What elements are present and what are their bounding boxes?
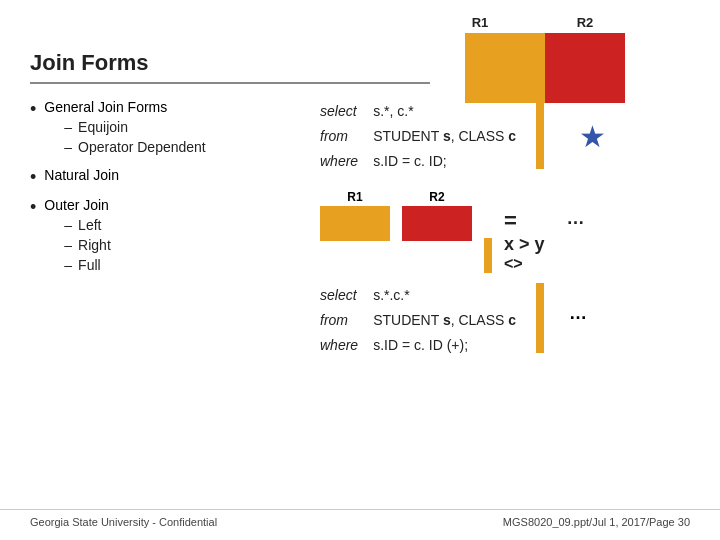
r2-top-label: R2 xyxy=(545,15,625,30)
orange-bar-1 xyxy=(536,99,544,169)
sql1-content: s.*, c.* STUDENT s, CLASS c s.ID = c. ID… xyxy=(373,99,516,175)
star-icon: ★ xyxy=(579,119,606,154)
title-underline xyxy=(30,82,430,84)
general-join-block: General Join Forms – Equijoin – Operator… xyxy=(44,99,205,159)
bullet-1: • xyxy=(30,99,36,121)
math-expr1: x > y xyxy=(504,234,545,255)
list-item-outer: • Outer Join – Left – Right xyxy=(30,197,300,277)
orange-bar-2 xyxy=(484,238,492,273)
sql-block-2: selectfromwhere s.*.c.* STUDENT s, CLASS… xyxy=(320,283,690,359)
math-expr2: <> xyxy=(504,255,545,273)
bullet-3: • xyxy=(30,197,36,219)
ellipsis-2: … xyxy=(569,283,587,324)
r2-mid-label: R2 xyxy=(429,190,444,204)
general-join-label: General Join Forms xyxy=(44,99,167,115)
natural-join-label: Natural Join xyxy=(44,167,119,183)
right-panel: selectfromwhere s.*, c.* STUDENT s, CLAS… xyxy=(320,99,690,358)
sql-block-1: selectfromwhere s.*, c.* STUDENT s, CLAS… xyxy=(320,99,690,175)
sql2-line1: s.*.c.* xyxy=(373,283,516,308)
top-right-container: R1 R2 xyxy=(440,15,625,103)
sql2-c-bold: c xyxy=(508,312,516,328)
right-label: Right xyxy=(78,237,111,253)
sql2-line3: s.ID = c. ID (+); xyxy=(373,333,516,358)
r1-top-box xyxy=(465,33,545,103)
r2-mid-group: R2 xyxy=(402,190,472,241)
r1-mid-group: R1 xyxy=(320,190,390,241)
r1-mid-box xyxy=(320,206,390,241)
sub-full: – Full xyxy=(64,257,110,273)
equals-sign: = xyxy=(504,208,545,234)
top-boxes-row xyxy=(465,33,625,103)
orange-bar-3 xyxy=(536,283,544,353)
outer-join-block: Outer Join – Left – Right – xyxy=(44,197,110,277)
sql2-container: selectfromwhere s.*.c.* STUDENT s, CLASS… xyxy=(320,283,516,359)
r1-top-label: R1 xyxy=(440,15,520,30)
full-label: Full xyxy=(78,257,101,273)
sub-right: – Right xyxy=(64,237,110,253)
main-content: • General Join Forms – Equijoin – Operat… xyxy=(30,99,690,358)
ellipsis-text: … xyxy=(567,208,585,228)
title-area: Join Forms xyxy=(30,20,430,84)
outer-join-label: Outer Join xyxy=(44,197,109,213)
footer-right: MGS8020_09.ppt/Jul 1, 2017/Page 30 xyxy=(503,516,690,528)
general-sub-list: – Equijoin – Operator Dependent xyxy=(44,119,205,155)
sql1-container: selectfromwhere s.*, c.* STUDENT s, CLAS… xyxy=(320,99,516,175)
bullet-list: • General Join Forms – Equijoin – Operat… xyxy=(30,99,300,277)
mid-row: R1 R2 = x > y <> … xyxy=(320,190,690,273)
footer-left: Georgia State University - Confidential xyxy=(30,516,217,528)
sub-equijoin: – Equijoin xyxy=(64,119,205,135)
left-panel: • General Join Forms – Equijoin – Operat… xyxy=(30,99,300,358)
sql1-keywords: selectfromwhere xyxy=(320,99,358,175)
sql1-line3: s.ID = c. ID; xyxy=(373,149,516,174)
equijoin-label: Equijoin xyxy=(78,119,128,135)
r1-mid-label: R1 xyxy=(347,190,362,204)
sql2-s-bold: s xyxy=(443,312,451,328)
r2-top-box xyxy=(545,33,625,103)
slide-title: Join Forms xyxy=(30,50,430,76)
sql1-line2: STUDENT s, CLASS c xyxy=(373,124,516,149)
sub-operator: – Operator Dependent xyxy=(64,139,205,155)
math-col: = x > y <> xyxy=(504,190,545,273)
sql2-keywords: selectfromwhere xyxy=(320,283,358,359)
ellipsis-col: … xyxy=(567,190,585,229)
left-label: Left xyxy=(78,217,101,233)
sub-left: – Left xyxy=(64,217,110,233)
r-labels-row: R1 R2 xyxy=(440,15,625,30)
footer: Georgia State University - Confidential … xyxy=(0,509,720,528)
bullet-2: • xyxy=(30,167,36,189)
sql1-line1: s.*, c.* xyxy=(373,99,516,124)
sql2-line2: STUDENT s, CLASS c xyxy=(373,308,516,333)
header: Join Forms R1 R2 xyxy=(30,20,690,84)
operator-label: Operator Dependent xyxy=(78,139,206,155)
slide: Join Forms R1 R2 • General Join Forms xyxy=(0,0,720,540)
sql2-content: s.*.c.* STUDENT s, CLASS c s.ID = c. ID … xyxy=(373,283,516,359)
sql1-s-bold: s xyxy=(443,128,451,144)
sql1-c-bold: c xyxy=(508,128,516,144)
outer-sub-list: – Left – Right – Full xyxy=(44,217,110,273)
list-item-natural: • Natural Join xyxy=(30,167,300,189)
r2-mid-box xyxy=(402,206,472,241)
list-item-general: • General Join Forms – Equijoin – Operat… xyxy=(30,99,300,159)
